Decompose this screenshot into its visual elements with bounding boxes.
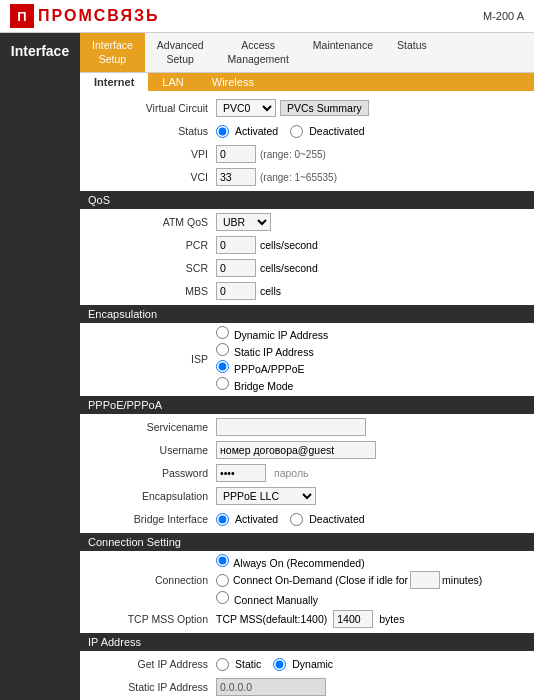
sub-tab-bar: Internet LAN Wireless <box>80 73 534 91</box>
pppoe-section: Servicename Username Password <box>86 417 528 529</box>
status-activated-label: Activated <box>235 125 278 137</box>
conn-always-on-label: Always On (Recommended) <box>233 557 364 569</box>
bridge-activated-radio[interactable] <box>216 513 229 526</box>
bridge-interface-label: Bridge Interface <box>86 513 216 525</box>
servicename-label: Servicename <box>86 421 216 433</box>
isp-pppoe-label: PPPoA/PPPoE <box>234 363 305 375</box>
connection-label: Connection <box>86 574 216 586</box>
scr-unit: cells/second <box>260 262 318 274</box>
username-label: Username <box>86 444 216 456</box>
status-deactivated-radio[interactable] <box>290 125 303 138</box>
mbs-label: MBS <box>86 285 216 297</box>
conn-on-demand-label: Connect On-Demand (Close if idle for <box>233 574 408 586</box>
vci-range: (range: 1~65535) <box>260 172 337 183</box>
bridge-deactivated-label: Deactivated <box>309 513 364 525</box>
vci-label: VCI <box>86 171 216 183</box>
mbs-input[interactable] <box>216 282 256 300</box>
password-input[interactable] <box>216 464 266 482</box>
static-ip-label: Static IP Address <box>86 681 216 693</box>
virtual-circuit-section: Virtual Circuit PVC0PVC1PVC2PVC3 PVCs Su… <box>86 98 528 187</box>
sidebar: Interface <box>0 33 80 700</box>
encapsulation-section: ISP Dynamic IP Address Static IP Address… <box>86 326 528 392</box>
isp-label: ISP <box>86 353 216 365</box>
status-label: Status <box>86 125 216 137</box>
connection-section: Connection Always On (Recommended) Conne… <box>86 554 528 629</box>
tab-internet[interactable]: Internet <box>80 73 148 91</box>
connection-section-header: Connection Setting <box>80 533 534 551</box>
nav-interface-setup[interactable]: InterfaceSetup <box>80 33 145 72</box>
vci-input[interactable] <box>216 168 256 186</box>
nav-advanced-setup[interactable]: AdvancedSetup <box>145 33 216 72</box>
vc-label: Virtual Circuit <box>86 102 216 114</box>
isp-bridge-label: Bridge Mode <box>234 380 294 392</box>
atm-qos-label: ATM QoS <box>86 216 216 228</box>
model-label: M-200 A <box>483 10 524 22</box>
logo-text: ПРОМСВЯЗЬ <box>38 7 159 25</box>
pcr-unit: cells/second <box>260 239 318 251</box>
pcr-label: PCR <box>86 239 216 251</box>
status-activated-radio[interactable] <box>216 125 229 138</box>
isp-static-label: Static IP Address <box>234 346 314 358</box>
bridge-deactivated-radio[interactable] <box>290 513 303 526</box>
servicename-input[interactable] <box>216 418 366 436</box>
username-input[interactable] <box>216 441 376 459</box>
get-ip-label: Get IP Address <box>86 658 216 670</box>
isp-pppoe-radio[interactable] <box>216 360 229 373</box>
form-content: Virtual Circuit PVC0PVC1PVC2PVC3 PVCs Su… <box>80 91 534 700</box>
tcp-mss-unit: bytes <box>379 613 404 625</box>
idle-minutes-label: minutes) <box>442 574 482 586</box>
isp-bridge-radio[interactable] <box>216 377 229 390</box>
vpi-range: (range: 0~255) <box>260 149 326 160</box>
password-hint: пароль <box>274 467 309 479</box>
sidebar-interface-label: Interface <box>11 43 69 59</box>
conn-always-on-radio[interactable] <box>216 554 229 567</box>
ip-section: Get IP Address Static Dynamic Static IP … <box>86 654 528 700</box>
conn-manually-label: Connect Manually <box>234 594 318 606</box>
pvcs-summary-btn[interactable]: PVCs Summary <box>280 100 369 116</box>
nav-status[interactable]: Status <box>385 33 439 72</box>
encap-label: Encapsulation <box>86 490 216 502</box>
idle-minutes-input[interactable] <box>410 571 440 589</box>
logo-icon: П <box>10 4 34 28</box>
pppoe-section-header: PPPoE/PPPoA <box>80 396 534 414</box>
vpi-label: VPI <box>86 148 216 160</box>
vc-select[interactable]: PVC0PVC1PVC2PVC3 <box>216 99 276 117</box>
mbs-unit: cells <box>260 285 281 297</box>
get-ip-static-label: Static <box>235 658 261 670</box>
get-ip-dynamic-radio[interactable] <box>273 658 286 671</box>
vpi-input[interactable] <box>216 145 256 163</box>
static-ip-input[interactable] <box>216 678 326 696</box>
encap-select[interactable]: PPPoE LLCPPPoE VCPPPoA LLCPPPoA VC <box>216 487 316 505</box>
conn-manually-radio[interactable] <box>216 591 229 604</box>
nav-maintenance[interactable]: Maintenance <box>301 33 385 72</box>
tcp-mss-input[interactable] <box>333 610 373 628</box>
qos-section: ATM QoS UBRCBRVBR PCR cells/second <box>86 212 528 301</box>
isp-dynamic-label: Dynamic IP Address <box>234 329 328 341</box>
nav-access-mgmt[interactable]: AccessManagement <box>216 33 301 72</box>
status-deactivated-label: Deactivated <box>309 125 364 137</box>
tcp-mss-label: TCP MSS Option <box>86 613 216 625</box>
isp-dynamic-radio[interactable] <box>216 326 229 339</box>
encapsulation-section-header: Encapsulation <box>80 305 534 323</box>
tab-lan[interactable]: LAN <box>148 73 197 91</box>
ip-section-header: IP Address <box>80 633 534 651</box>
get-ip-static-radio[interactable] <box>216 658 229 671</box>
get-ip-dynamic-label: Dynamic <box>292 658 333 670</box>
password-label: Password <box>86 467 216 479</box>
scr-label: SCR <box>86 262 216 274</box>
tab-wireless[interactable]: Wireless <box>198 73 268 91</box>
pcr-input[interactable] <box>216 236 256 254</box>
qos-section-header: QoS <box>80 191 534 209</box>
isp-static-radio[interactable] <box>216 343 229 356</box>
scr-input[interactable] <box>216 259 256 277</box>
bridge-activated-label: Activated <box>235 513 278 525</box>
tcp-mss-text: TCP MSS(default:1400) <box>216 613 327 625</box>
page-wrapper: П ПРОМСВЯЗЬ M-200 A Interface InterfaceS… <box>0 0 534 700</box>
conn-on-demand-radio[interactable] <box>216 574 229 587</box>
atm-qos-select[interactable]: UBRCBRVBR <box>216 213 271 231</box>
